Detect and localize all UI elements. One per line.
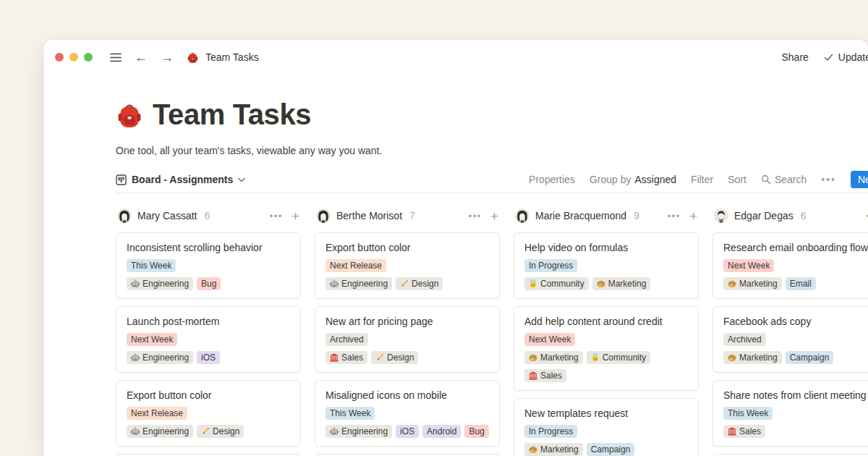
- kanban-card[interactable]: Launch post-mortemNext WeekEngineeringiO…: [116, 306, 301, 373]
- tag-label: Next Week: [728, 260, 770, 271]
- card-list: Export button colorNext ReleaseEngineeri…: [315, 232, 500, 456]
- tag: Engineering: [127, 277, 193, 290]
- tag-row: Archived: [723, 333, 868, 346]
- hamburger-menu-icon[interactable]: [110, 53, 122, 62]
- card-title: Export button color: [326, 241, 489, 254]
- board-column: Mary Cassatt6•••+Inconsistent scrolling …: [116, 208, 301, 456]
- more-options-icon[interactable]: •••: [821, 174, 836, 185]
- add-card-icon[interactable]: +: [292, 209, 299, 223]
- kanban-card[interactable]: Export button colorNext ReleaseEngineeri…: [116, 380, 301, 447]
- search-button[interactable]: Search: [761, 174, 807, 185]
- tag: Marketing: [723, 277, 782, 290]
- tag: This Week: [723, 407, 773, 420]
- minimize-window-icon[interactable]: [69, 53, 78, 62]
- page-subtitle: One tool, all your team's tasks, viewabl…: [116, 145, 868, 156]
- backpack-icon: [187, 51, 199, 64]
- bank-icon: [330, 353, 339, 362]
- board-column: Berthe Morisot7•••+Export button colorNe…: [315, 208, 500, 456]
- tag-row: This Week: [127, 259, 290, 272]
- kanban-card[interactable]: Research email onboarding flowsNext Week…: [712, 232, 868, 299]
- tag-label: Design: [213, 426, 239, 437]
- tag-label: Next Week: [529, 334, 571, 345]
- board-column: Edgar Degas6•••+Research email onboardin…: [712, 208, 868, 456]
- new-button[interactable]: New: [851, 171, 868, 188]
- search-label: Search: [775, 174, 807, 185]
- back-arrow-icon[interactable]: ←: [135, 51, 148, 64]
- tag-row: In Progress: [524, 425, 688, 438]
- kanban-card[interactable]: Misaligned icons on mobileThis WeekEngin…: [315, 380, 500, 447]
- share-button[interactable]: Share: [781, 51, 808, 63]
- card-title: Share notes from client meeting: [723, 389, 868, 402]
- card-title: Research email onboarding flows: [723, 241, 868, 254]
- robot-icon: [131, 427, 140, 436]
- tag: Android: [422, 425, 461, 438]
- kanban-card[interactable]: Add help content around creditNext WeekM…: [514, 306, 699, 391]
- kanban-card[interactable]: Facebook ads copyArchivedMarketingCampai…: [712, 306, 868, 373]
- tag-label: Engineering: [341, 426, 388, 437]
- kanban-card[interactable]: New art for pricing pageArchivedSalesDes…: [315, 306, 500, 373]
- tag: iOS: [396, 425, 419, 438]
- sort-button[interactable]: Sort: [728, 174, 746, 185]
- tag-row: Next Week: [127, 333, 290, 346]
- updates-button[interactable]: Updates: [823, 51, 868, 63]
- card-list: Inconsistent scrolling behaviorThis Week…: [116, 232, 301, 456]
- tag: Community: [587, 351, 651, 364]
- tag-row: In Progress: [524, 259, 688, 272]
- tag: Sales: [524, 369, 566, 382]
- tag-label: Sales: [341, 352, 363, 363]
- add-card-icon[interactable]: +: [490, 209, 498, 223]
- palette-icon: [529, 353, 537, 362]
- tag-row: EngineeringiOS: [127, 351, 290, 364]
- kanban-card[interactable]: Help video on formulasIn ProgressCommuni…: [514, 232, 699, 299]
- add-card-icon[interactable]: +: [689, 209, 697, 223]
- properties-button[interactable]: Properties: [529, 174, 575, 185]
- tag: Design: [197, 425, 244, 438]
- tag-label: Design: [412, 278, 438, 290]
- group-by-prefix: Group by: [590, 174, 631, 185]
- tag-label: Community: [540, 278, 584, 290]
- kanban-card[interactable]: New templates requestIn ProgressMarketin…: [514, 398, 699, 456]
- robot-icon: [131, 279, 140, 288]
- kanban-card[interactable]: Export button colorNext ReleaseEngineeri…: [315, 232, 500, 299]
- tag: Marketing: [524, 443, 583, 456]
- board-column: Marie Bracquemond9•••+Help video on form…: [514, 208, 699, 456]
- tag-row: EngineeringDesign: [127, 425, 290, 438]
- forward-arrow-icon[interactable]: →: [161, 51, 174, 64]
- tag: Marketing: [592, 277, 651, 290]
- board-view-icon: [116, 174, 127, 185]
- view-switcher[interactable]: Board - Assignments: [116, 174, 245, 185]
- tag: Next Week: [524, 333, 575, 346]
- column-more-icon[interactable]: •••: [469, 211, 482, 221]
- tag-label: Next Release: [131, 408, 183, 419]
- tag-row: MarketingEmail: [723, 277, 868, 290]
- column-more-icon[interactable]: •••: [270, 211, 283, 221]
- kanban-card[interactable]: Share notes from client meetingThis Week…: [712, 380, 868, 447]
- tag-row: Next Release: [127, 407, 290, 420]
- board-column-header: Edgar Degas6•••+: [712, 208, 868, 224]
- tag-label: Design: [387, 352, 414, 363]
- group-by-button[interactable]: Group by Assigned: [590, 174, 676, 185]
- tag: This Week: [326, 407, 375, 420]
- backpack-icon: [116, 101, 143, 129]
- tag-row: Sales: [723, 425, 868, 438]
- avatar: [316, 208, 331, 223]
- chevron-down-icon: [238, 177, 245, 182]
- tag: Email: [786, 277, 816, 290]
- halo-face-icon: [591, 353, 600, 362]
- tag-label: Next Week: [131, 334, 173, 345]
- tag-label: Marketing: [739, 278, 778, 290]
- tag: Design: [396, 277, 443, 290]
- avatar: [117, 208, 132, 223]
- maximize-window-icon[interactable]: [84, 53, 93, 62]
- column-more-icon[interactable]: •••: [668, 211, 681, 221]
- tag: In Progress: [524, 259, 577, 272]
- view-toolbar: Board - Assignments Properties Group by …: [116, 173, 868, 193]
- halo-face-icon: [529, 279, 537, 288]
- close-window-icon[interactable]: [55, 53, 64, 62]
- tag-row: EngineeringDesign: [326, 277, 489, 290]
- column-actions: •••+: [668, 209, 697, 223]
- kanban-card[interactable]: Inconsistent scrolling behaviorThis Week…: [116, 232, 301, 299]
- tag-label: Archived: [728, 334, 762, 345]
- filter-button[interactable]: Filter: [691, 174, 713, 185]
- card-title: Inconsistent scrolling behavior: [127, 241, 290, 254]
